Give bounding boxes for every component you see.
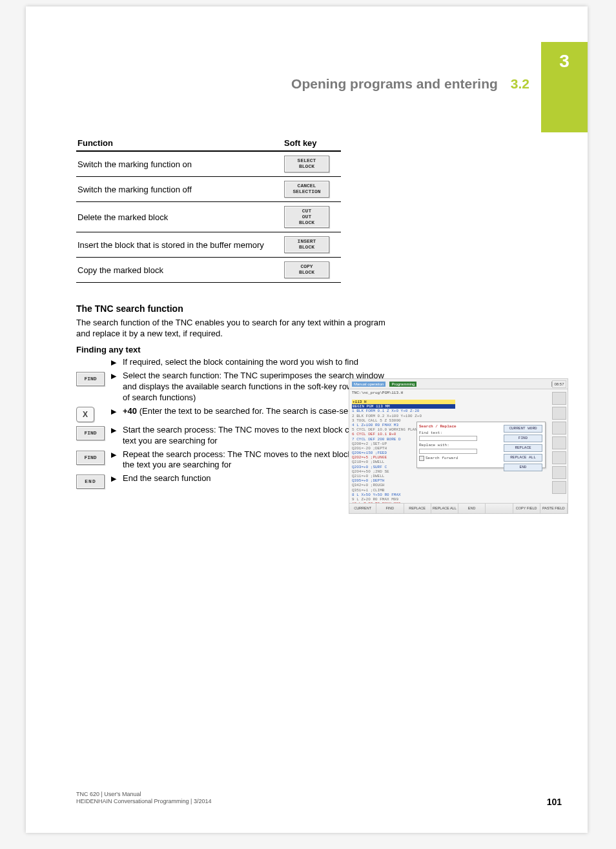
softkey-select-block[interactable]: SELECT BLOCK [284,156,329,172]
program-highlight: +113 H [352,400,455,404]
section-title: The TNC search function [76,303,541,314]
mode-programming: Programming [389,382,416,387]
btn-find[interactable]: FIND [504,435,542,442]
fn-cell: Switch the marking function on [76,151,283,177]
softkey-insert-block[interactable]: INSERT BLOCK [284,236,329,253]
table-row: Switch the marking function on SELECT BL… [76,151,341,177]
instruction-row: ▶ If required, select the block containi… [76,357,399,368]
softkey-find[interactable]: FIND [76,372,105,386]
side-button[interactable] [552,407,566,420]
side-button[interactable] [552,436,566,449]
subsection-title: Finding any text [76,345,541,354]
program-selected: BEGIN PGM 113 MM [352,404,455,409]
bullet-arrow-icon: ▶ [111,371,123,404]
bullet-arrow-icon: ▶ [111,449,123,471]
fn-cell: Delete the marked block [76,202,283,232]
mode-manual: Manual operation [352,382,385,387]
sk-replace-all[interactable]: REPLACE ALL [431,504,458,513]
side-button[interactable] [552,422,566,435]
header-section-number: 3.2 [511,76,529,92]
page-header: Opening programs and entering 3.2 [291,76,529,92]
softkey-copy-block[interactable]: COPY BLOCK [284,261,329,278]
bullet-arrow-icon: ▶ [111,357,123,368]
key-x[interactable]: X [76,407,94,422]
th-function: Function [76,136,283,151]
find-input[interactable] [419,436,477,441]
tnc-screenshot: Manual operation Programming DNC 08:57 T… [349,378,568,514]
program-path: TNC:\nc_prog\PGM\113.H [352,391,549,395]
section-para: The search function of the TNC enables y… [76,318,386,340]
softkey-find[interactable]: FIND [76,451,105,465]
fn-cell: Copy the marked block [76,258,283,283]
side-button[interactable] [552,451,566,464]
page-number: 101 [547,797,562,807]
instruction-text: If required, select the block containing… [123,357,358,368]
footer-line2: HEIDENHAIN Conversational Programming | … [76,798,211,806]
bullet-arrow-icon: ▶ [111,406,123,417]
softkey-cancel-selection[interactable]: CANCEL SELECTION [284,181,329,198]
table-row: Copy the marked block COPY BLOCK [76,258,341,283]
footer-line1: TNC 620 | User's Manual [76,791,211,799]
clock: 08:57 [552,380,566,388]
table-row: Insert the block that is stored in the b… [76,232,341,258]
side-button[interactable] [552,466,566,479]
th-softkey: Soft key [283,136,341,151]
replace-input[interactable] [419,449,477,454]
table-row: Delete the marked block CUT OUT BLOCK [76,202,341,232]
footer: TNC 620 | User's Manual HEIDENHAIN Conve… [76,791,211,806]
side-toolbar [552,392,566,494]
header-title: Opening programs and entering [291,76,498,92]
btn-replace-all[interactable]: REPLACE ALL [504,454,542,462]
btn-replace[interactable]: REPLACE [504,444,542,452]
sk-replace[interactable]: REPLACE [404,504,431,513]
table-row: Switch the marking function off CANCEL S… [76,177,341,202]
instruction-text: End the search function [123,473,211,484]
chapter-number: 3 [559,51,570,72]
sk-end[interactable]: END [458,504,486,513]
softkey-end[interactable]: END [76,475,105,489]
btn-end[interactable]: END [504,464,542,471]
chapter-tab: 3 [541,42,588,132]
fn-cell: Switch the marking function off [76,177,283,202]
sk-copy-field[interactable]: COPY FIELD [513,504,540,513]
sk-find[interactable]: FIND [376,504,404,513]
bullet-arrow-icon: ▶ [111,425,123,447]
search-dialog: Search / Replace Find text: Replace with… [416,422,546,468]
sk-paste-field[interactable]: PASTE FIELD [540,504,568,513]
softkey-row: CURRENT WORD FIND REPLACE REPLACE ALL EN… [349,503,568,513]
function-table: Function Soft key Switch the marking fun… [76,136,341,283]
side-button[interactable] [552,392,566,405]
search-term: +40 [123,406,137,416]
fn-cell: Insert the block that is stored in the b… [76,232,283,258]
instruction-text: +40 (Enter the text to be searched for. … [123,406,377,417]
bullet-arrow-icon: ▶ [111,473,123,484]
softkey-cut-out-block[interactable]: CUT OUT BLOCK [284,206,329,228]
softkey-find[interactable]: FIND [76,426,105,440]
sk-empty[interactable] [486,504,513,513]
sk-current-word[interactable]: CURRENT WORD [349,504,376,513]
side-button[interactable] [552,481,566,494]
btn-current-word[interactable]: CURRENT WORD [504,425,542,433]
